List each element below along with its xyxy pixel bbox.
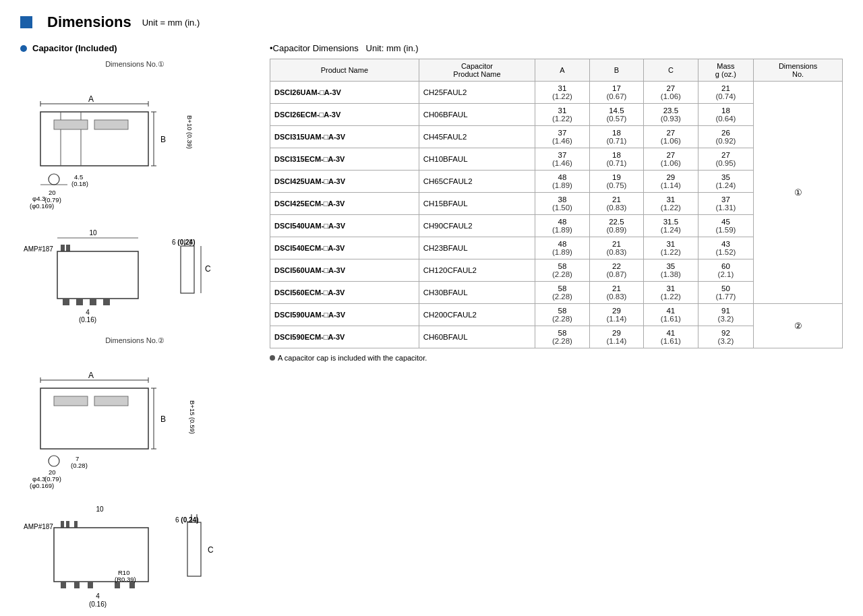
cell-a: 58(2.28) (535, 326, 589, 348)
svg-rect-63 (54, 528, 148, 582)
cell-c: 35(1.38) (644, 259, 698, 282)
cell-cap-product-name: CH10BFAUL (419, 148, 535, 171)
page-header: Dimensions Unit = mm (in.) (20, 13, 843, 31)
svg-text:10: 10 (89, 229, 97, 237)
svg-text:(R0.39): (R0.39) (115, 576, 136, 583)
cell-a: 48(1.89) (535, 215, 589, 237)
svg-text:B+10 (0.39): B+10 (0.39) (186, 115, 194, 149)
svg-rect-62 (74, 521, 78, 528)
svg-text:B+15 (0.59): B+15 (0.59) (189, 400, 196, 434)
diagram-1-svg: A B B+10 (0.39) φ4.3 (φ0.169) 20 (0.79) … (20, 71, 229, 213)
cell-c: 41(1.61) (644, 304, 698, 326)
cell-c: 31(1.22) (644, 237, 698, 259)
col-header-b: B (589, 59, 643, 82)
cell-product-name: DSCI540UAM-□A-3V (270, 215, 419, 237)
cell-cap-product-name: CH200CFAUL2 (419, 304, 535, 326)
bullet-circle (20, 45, 27, 52)
col-header-a: A (535, 59, 589, 82)
svg-text:(0.79): (0.79) (44, 196, 61, 204)
cap-dimensions-table: Product Name CapacitorProduct Name A B C… (270, 59, 843, 348)
cell-dim-no-1: ① (754, 82, 843, 304)
svg-text:20: 20 (49, 189, 56, 196)
diagram-amp1-container: AMP#187 10 6 (0.24) (20, 226, 249, 326)
svg-text:(0.18): (0.18) (71, 180, 88, 187)
svg-rect-25 (57, 251, 138, 299)
cell-a: 31(1.22) (535, 82, 589, 104)
table-row: DSCI26UAM-□A-3VCH25FAUL231(1.22)17(0.67)… (270, 82, 843, 104)
cell-cap-product-name: CH45FAUL2 (419, 126, 535, 148)
svg-rect-23 (61, 245, 65, 251)
svg-text:AMP#187: AMP#187 (24, 245, 53, 253)
cell-c: 27(1.06) (644, 148, 698, 171)
cell-product-name: DSCI540ECM-□A-3V (270, 237, 419, 259)
cell-a: 48(1.89) (535, 171, 589, 193)
svg-text:6 (0.24): 6 (0.24) (172, 239, 195, 246)
svg-text:A: A (88, 94, 94, 104)
diagram-2-container: Dimensions No.② A B B+15 (0.59) (20, 336, 249, 491)
cell-cap-product-name: CH90CFAUL2 (419, 215, 535, 237)
cell-product-name: DSCI560UAM-□A-3V (270, 259, 419, 282)
svg-text:(0.16): (0.16) (89, 600, 107, 608)
svg-rect-65 (74, 582, 80, 588)
cell-product-name: DSCI26ECM-□A-3V (270, 104, 419, 126)
header-blue-box (20, 16, 32, 28)
cell-mass: 26(0.92) (698, 126, 754, 148)
svg-rect-29 (103, 299, 110, 305)
footnote: A capacitor cap is included with the cap… (270, 354, 843, 362)
svg-text:C: C (208, 545, 214, 555)
col-header-cap-product-name: CapacitorProduct Name (419, 59, 535, 82)
cell-a: 38(1.50) (535, 193, 589, 215)
svg-text:10: 10 (96, 505, 104, 513)
svg-text:4: 4 (96, 592, 100, 600)
cell-b: 14.5(0.57) (589, 104, 643, 126)
cap-dim-unit: Unit: mm (in.) (366, 43, 419, 53)
cell-cap-product-name: CH06BFAUL (419, 104, 535, 126)
dim-label-2: Dimensions No.② (20, 336, 249, 345)
cell-cap-product-name: CH60BFAUL (419, 326, 535, 348)
cell-mass: 18(0.64) (698, 104, 754, 126)
cell-b: 21(0.83) (589, 237, 643, 259)
svg-rect-60 (61, 521, 64, 528)
svg-text:(0.16): (0.16) (79, 316, 96, 324)
cell-cap-product-name: CH120CFAUL2 (419, 259, 535, 282)
cell-cap-product-name: CH25FAUL2 (419, 82, 535, 104)
cell-product-name: DSCI26UAM-□A-3V (270, 82, 419, 104)
cell-b: 21(0.83) (589, 282, 643, 304)
cell-b: 19(0.75) (589, 171, 643, 193)
footnote-text: A capacitor cap is included with the cap… (278, 354, 427, 362)
cell-a: 48(1.89) (535, 237, 589, 259)
svg-rect-71 (187, 522, 201, 576)
svg-text:AMP#187: AMP#187 (24, 523, 53, 530)
cell-b: 18(0.71) (589, 148, 643, 171)
table-header-row: Product Name CapacitorProduct Name A B C… (270, 59, 843, 82)
svg-rect-3 (54, 120, 88, 129)
svg-rect-66 (88, 582, 93, 588)
cell-c: 27(1.06) (644, 126, 698, 148)
cell-b: 18(0.71) (589, 126, 643, 148)
svg-text:φ4.3: φ4.3 (32, 195, 45, 202)
svg-point-14 (49, 174, 59, 185)
svg-rect-27 (76, 299, 83, 305)
svg-rect-24 (66, 245, 70, 251)
svg-text:B: B (160, 135, 166, 144)
table-header: •Capacitor Dimensions Unit: mm (in.) (270, 43, 843, 53)
diagram-amp2-svg: AMP#187 R10 (R0.39) (20, 502, 229, 613)
cell-mass: 43(1.52) (698, 237, 754, 259)
svg-rect-42 (94, 396, 128, 406)
cell-dim-no-2: ② (754, 304, 843, 348)
col-header-product-name: Product Name (270, 59, 419, 82)
cell-c: 23.5(0.93) (644, 104, 698, 126)
cell-c: 29(1.14) (644, 171, 698, 193)
cell-a: 58(2.28) (535, 259, 589, 282)
svg-rect-41 (54, 396, 88, 406)
col-header-dim-no: DimensionsNo. (754, 59, 843, 82)
cell-product-name: DSCI315ECM-□A-3V (270, 148, 419, 171)
svg-rect-64 (61, 582, 66, 588)
cell-b: 22.5(0.89) (589, 215, 643, 237)
svg-text:4: 4 (86, 309, 90, 316)
dim-label-1: Dimensions No.① (20, 60, 249, 69)
cell-b: 29(1.14) (589, 304, 643, 326)
cell-product-name: DSCI590UAM-□A-3V (270, 304, 419, 326)
cell-c: 31.5(1.24) (644, 215, 698, 237)
cell-mass: 27(0.95) (698, 148, 754, 171)
